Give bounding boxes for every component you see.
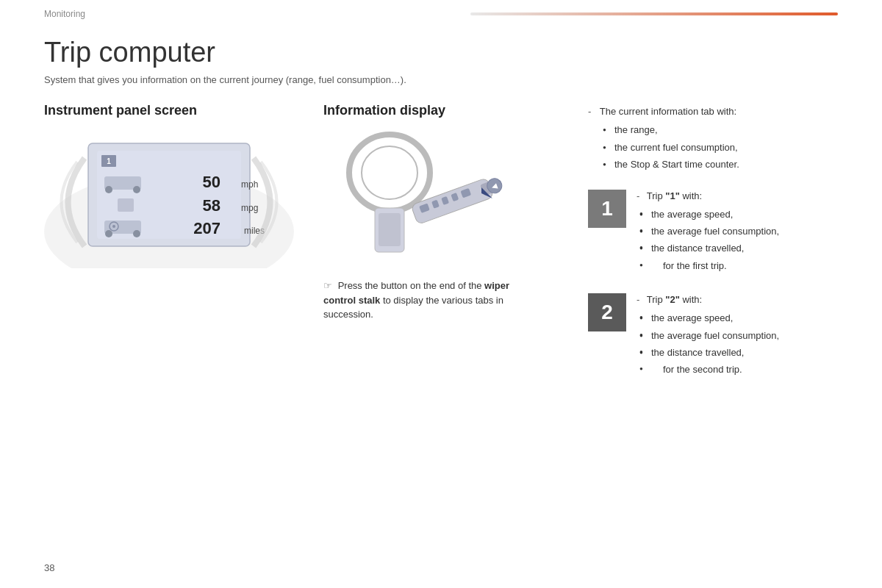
current-info-text: - The current information tab with: ● th… — [588, 103, 838, 173]
press-instruction-pre: Press the button on the end of the — [338, 280, 484, 291]
svg-rect-33 — [379, 213, 401, 246]
trip1-intro-post: with: — [680, 190, 702, 201]
press-instruction: ☞ Press the button on the end of the wip… — [323, 279, 529, 322]
left-content: Instrument panel screen 1 — [44, 103, 566, 396]
information-display-section: Information display — [323, 103, 566, 322]
finger-icon: ☞ — [323, 280, 332, 291]
current-info-item-3: ● the Stop & Start time counter. — [603, 156, 838, 173]
svg-text:mph: mph — [241, 179, 258, 190]
svg-rect-10 — [118, 198, 134, 212]
trip1-block: 1 - Trip "1" with: ● the average speed, … — [588, 188, 838, 275]
trip2-item-1: ● the average speed, — [639, 309, 779, 326]
trip1-item-2: ● the average fuel consumption, — [639, 223, 779, 240]
trip1-item-4: for the first trip. — [639, 257, 779, 274]
current-info-dash: - — [588, 106, 591, 117]
current-info-item-1: ● the range, — [603, 121, 838, 138]
trip2-item-2: ● the average fuel consumption, — [639, 327, 779, 344]
info-column: - The current information tab with: ● th… — [588, 103, 838, 396]
information-display-heading: Information display — [323, 103, 566, 118]
svg-point-14 — [105, 230, 112, 237]
svg-point-15 — [133, 230, 140, 237]
decorative-line — [470, 12, 838, 15]
trip2-item-3: ● the distance travelled, — [639, 344, 779, 361]
page-number: 38 — [44, 562, 54, 573]
svg-point-7 — [133, 186, 140, 193]
svg-point-21 — [362, 146, 417, 199]
svg-text:mpg: mpg — [241, 203, 258, 213]
svg-text:50: 50 — [203, 173, 220, 191]
current-info-block: - The current information tab with: ● th… — [588, 103, 838, 173]
svg-text:207: 207 — [193, 219, 220, 237]
trip1-item-3: ● the distance travelled, — [639, 240, 779, 257]
info-display-image: ◀ — [323, 129, 514, 268]
page-title: Trip computer — [44, 37, 838, 68]
info-display-svg: ◀ — [323, 129, 514, 268]
trip2-list: ● the average speed, ● the average fuel … — [637, 309, 779, 379]
page-content: Trip computer System that gives you info… — [0, 22, 882, 411]
page-subtitle: System that gives you information on the… — [44, 74, 838, 85]
trip1-intro-pre: Trip — [647, 190, 666, 201]
trip1-item-1: ● the average speed, — [639, 206, 779, 223]
svg-text:58: 58 — [203, 196, 220, 215]
current-info-intro: The current information tab with: — [600, 106, 736, 117]
trip1-intro-bold: "1" — [665, 190, 680, 201]
trip1-text: - Trip "1" with: ● the average speed, ● … — [637, 188, 779, 275]
instrument-panel-image: 1 50 mph 58 mpg — [44, 129, 294, 268]
trip2-text: - Trip "2" with: ● the average speed, ● … — [637, 292, 779, 379]
current-info-item-2: ● the current fuel consumption, — [603, 139, 838, 156]
trip2-intro-post: with: — [680, 294, 702, 305]
instrument-panel-svg: 1 50 mph 58 mpg — [44, 129, 294, 268]
current-info-list: ● the range, ● the current fuel consumpt… — [588, 121, 838, 173]
trip1-badge: 1 — [588, 190, 626, 228]
trip2-badge: 2 — [588, 293, 626, 331]
instrument-panel-heading: Instrument panel screen — [44, 103, 294, 118]
trip2-intro-pre: Trip — [647, 294, 666, 305]
trip1-list: ● the average speed, ● the average fuel … — [637, 206, 779, 275]
main-layout: Instrument panel screen 1 — [44, 103, 838, 396]
instrument-panel-section: Instrument panel screen 1 — [44, 103, 294, 322]
section-label: Monitoring — [44, 9, 470, 19]
trip2-intro-bold: "2" — [665, 294, 680, 305]
trip2-block: 2 - Trip "2" with: ● the average speed, … — [588, 292, 838, 379]
top-bar: Monitoring — [0, 0, 882, 22]
diagrams-row: Instrument panel screen 1 — [44, 103, 566, 322]
svg-point-6 — [105, 186, 112, 193]
trip2-item-4: for the second trip. — [639, 361, 779, 378]
svg-point-17 — [112, 225, 115, 228]
svg-text:1: 1 — [107, 157, 111, 165]
